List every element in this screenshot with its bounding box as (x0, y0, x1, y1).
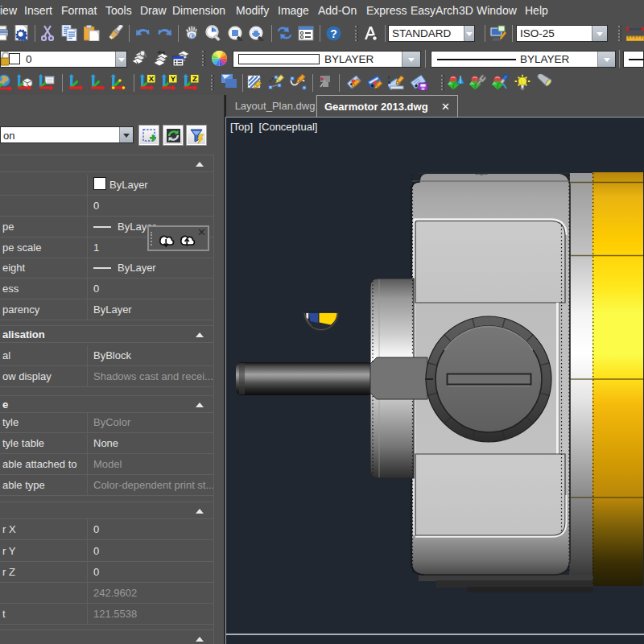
svg-text:Y: Y (171, 74, 176, 83)
svg-text:X: X (149, 74, 155, 83)
svg-text:Z: Z (192, 74, 197, 83)
svg-text:?: ? (330, 27, 337, 40)
